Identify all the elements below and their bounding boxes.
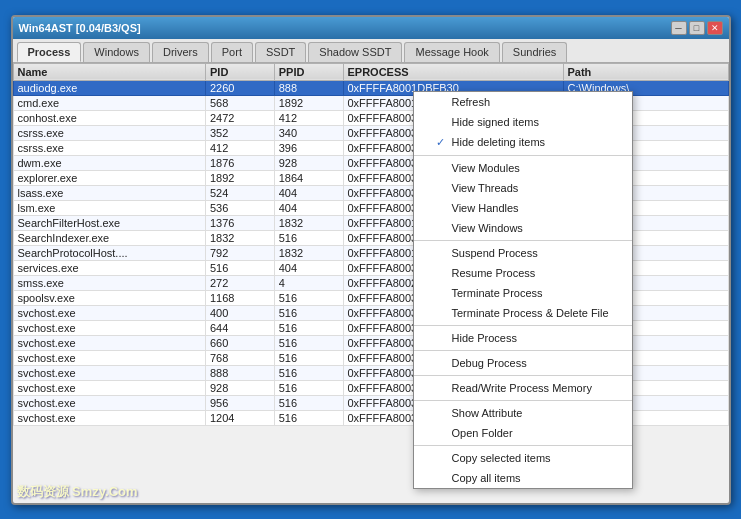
context-menu-item[interactable]: Open Folder	[414, 423, 632, 443]
cell-name: svchost.exe	[13, 365, 206, 380]
context-menu-item[interactable]: Suspend Process	[414, 243, 632, 263]
cell-ppid: 888	[274, 80, 343, 95]
context-menu-separator	[414, 240, 632, 241]
context-menu-item-label: View Threads	[452, 182, 519, 194]
col-ppid[interactable]: PPID	[274, 63, 343, 80]
cell-pid: 1892	[206, 170, 275, 185]
context-menu-item[interactable]: View Threads	[414, 178, 632, 198]
context-menu-item[interactable]: Debug Process	[414, 353, 632, 373]
context-menu-item[interactable]: ✓Hide deleting items	[414, 132, 632, 153]
context-menu-separator	[414, 350, 632, 351]
cell-ppid: 404	[274, 200, 343, 215]
cell-ppid: 404	[274, 185, 343, 200]
cell-pid: 1168	[206, 290, 275, 305]
cell-ppid: 516	[274, 290, 343, 305]
cell-name: svchost.exe	[13, 350, 206, 365]
tab-ssdt[interactable]: SSDT	[255, 42, 306, 62]
context-menu-separator	[414, 375, 632, 376]
window-title: Win64AST [0.04/B3/QS]	[19, 22, 141, 34]
context-menu-item[interactable]: Terminate Process	[414, 283, 632, 303]
cell-name: svchost.exe	[13, 410, 206, 425]
cell-pid: 568	[206, 95, 275, 110]
cell-name: SearchIndexer.exe	[13, 230, 206, 245]
context-menu-item-label: Debug Process	[452, 357, 527, 369]
title-bar-buttons: ─ □ ✕	[671, 21, 723, 35]
col-eprocess[interactable]: EPROCESS	[343, 63, 563, 80]
context-menu-item[interactable]: Refresh	[414, 92, 632, 112]
cell-ppid: 516	[274, 410, 343, 425]
context-menu-item[interactable]: Terminate Process & Delete File	[414, 303, 632, 323]
context-menu-item-label: Open Folder	[452, 427, 513, 439]
context-menu-item-label: Suspend Process	[452, 247, 538, 259]
cell-pid: 660	[206, 335, 275, 350]
cell-ppid: 516	[274, 230, 343, 245]
cell-pid: 792	[206, 245, 275, 260]
cell-ppid: 340	[274, 125, 343, 140]
cell-name: lsass.exe	[13, 185, 206, 200]
context-menu-item-label: Terminate Process & Delete File	[452, 307, 609, 319]
context-menu-separator	[414, 445, 632, 446]
cell-name: SearchFilterHost.exe	[13, 215, 206, 230]
maximize-button[interactable]: □	[689, 21, 705, 35]
col-path[interactable]: Path	[563, 63, 728, 80]
tab-shadow-ssdt[interactable]: Shadow SSDT	[308, 42, 402, 62]
context-menu-item[interactable]: Show Attribute	[414, 403, 632, 423]
cell-ppid: 404	[274, 260, 343, 275]
context-menu-item[interactable]: Copy all items	[414, 468, 632, 488]
context-menu-item[interactable]: Read/Write Process Memory	[414, 378, 632, 398]
cell-ppid: 412	[274, 110, 343, 125]
context-menu-item[interactable]: Copy selected items	[414, 448, 632, 468]
cell-name: lsm.exe	[13, 200, 206, 215]
tab-sundries[interactable]: Sundries	[502, 42, 567, 62]
cell-name: svchost.exe	[13, 380, 206, 395]
cell-name: dwm.exe	[13, 155, 206, 170]
context-menu-item-label: View Windows	[452, 222, 523, 234]
tab-message-hook[interactable]: Message Hook	[404, 42, 499, 62]
cell-name: csrss.exe	[13, 140, 206, 155]
cell-pid: 412	[206, 140, 275, 155]
context-menu-item[interactable]: View Modules	[414, 158, 632, 178]
cell-name: SearchProtocolHost....	[13, 245, 206, 260]
context-menu-item-label: Hide Process	[452, 332, 517, 344]
cell-ppid: 516	[274, 365, 343, 380]
cell-ppid: 516	[274, 335, 343, 350]
cell-pid: 928	[206, 380, 275, 395]
cell-pid: 524	[206, 185, 275, 200]
context-menu-item[interactable]: View Handles	[414, 198, 632, 218]
cell-ppid: 1864	[274, 170, 343, 185]
tab-windows[interactable]: Windows	[83, 42, 150, 62]
tab-drivers[interactable]: Drivers	[152, 42, 209, 62]
cell-pid: 956	[206, 395, 275, 410]
cell-ppid: 1832	[274, 245, 343, 260]
tab-process[interactable]: Process	[17, 42, 82, 62]
cell-name: spoolsv.exe	[13, 290, 206, 305]
cell-pid: 888	[206, 365, 275, 380]
context-menu: RefreshHide signed items✓Hide deleting i…	[413, 91, 633, 489]
context-menu-item[interactable]: Hide Process	[414, 328, 632, 348]
col-pid[interactable]: PID	[206, 63, 275, 80]
cell-name: svchost.exe	[13, 320, 206, 335]
close-button[interactable]: ✕	[707, 21, 723, 35]
context-menu-item-label: Refresh	[452, 96, 491, 108]
context-menu-separator	[414, 155, 632, 156]
context-menu-item[interactable]: View Windows	[414, 218, 632, 238]
cell-name: explorer.exe	[13, 170, 206, 185]
cell-pid: 272	[206, 275, 275, 290]
context-menu-item[interactable]: Resume Process	[414, 263, 632, 283]
context-menu-separator	[414, 325, 632, 326]
tab-port[interactable]: Port	[211, 42, 253, 62]
cell-ppid: 4	[274, 275, 343, 290]
context-menu-item-label: Terminate Process	[452, 287, 543, 299]
cell-name: csrss.exe	[13, 125, 206, 140]
cell-pid: 1376	[206, 215, 275, 230]
cell-ppid: 516	[274, 350, 343, 365]
tab-bar: Process Windows Drivers Port SSDT Shadow…	[13, 39, 729, 63]
context-menu-item[interactable]: Hide signed items	[414, 112, 632, 132]
cell-name: svchost.exe	[13, 395, 206, 410]
cell-pid: 516	[206, 260, 275, 275]
minimize-button[interactable]: ─	[671, 21, 687, 35]
cell-name: services.exe	[13, 260, 206, 275]
cell-ppid: 516	[274, 320, 343, 335]
title-bar: Win64AST [0.04/B3/QS] ─ □ ✕	[13, 17, 729, 39]
col-name[interactable]: Name	[13, 63, 206, 80]
